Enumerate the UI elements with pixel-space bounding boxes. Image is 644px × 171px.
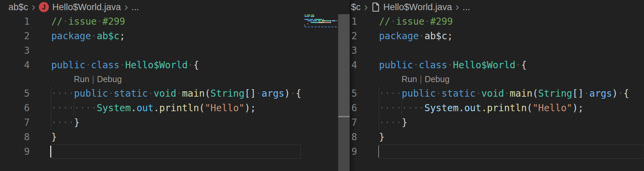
whitespace-dots: · bbox=[476, 88, 481, 99]
code-token: ; bbox=[119, 30, 125, 42]
code-line-content[interactable] bbox=[51, 43, 301, 58]
minimap-token bbox=[304, 25, 305, 26]
breadcrumb-item-filename[interactable]: Hello$World.java bbox=[371, 2, 452, 13]
line-number[interactable]: 7 bbox=[0, 115, 51, 130]
line-number[interactable]: 1 bbox=[350, 14, 378, 29]
minimap-current-line-marker bbox=[304, 26, 337, 27]
text-cursor bbox=[50, 146, 51, 157]
code-token: . bbox=[131, 102, 137, 114]
chevron-right-icon: › bbox=[361, 0, 371, 15]
scrollbar-slider[interactable] bbox=[338, 14, 350, 116]
code-token: } bbox=[379, 131, 385, 143]
whitespace-dots: · bbox=[290, 88, 296, 99]
minimap-token bbox=[325, 20, 330, 21]
codelens-run-link[interactable]: Run bbox=[402, 74, 417, 84]
breadcrumb: ab$c › J Hello$World.java › ... bbox=[0, 0, 350, 14]
line-number[interactable]: 3 bbox=[350, 43, 378, 58]
code-line-content[interactable]: ····public·static·void·main(String[]·arg… bbox=[51, 86, 301, 101]
code-line-content[interactable] bbox=[51, 144, 301, 159]
line-number[interactable]: 7 bbox=[350, 115, 378, 130]
codelens-row: Run|Debug bbox=[350, 72, 644, 86]
minimap-token bbox=[335, 20, 335, 21]
line-number[interactable]: 5 bbox=[350, 86, 378, 101]
line-number[interactable]: 2 bbox=[0, 29, 51, 43]
vertical-scrollbar[interactable] bbox=[338, 14, 350, 171]
minimap-token bbox=[323, 19, 324, 20]
code-token: ab$c; bbox=[425, 30, 453, 42]
minimap-token bbox=[311, 15, 314, 16]
code-line-content[interactable]: //·issue·#299 bbox=[51, 14, 301, 29]
whitespace-dots: · bbox=[436, 88, 442, 99]
inactive-text-cursor bbox=[378, 146, 379, 157]
chevron-right-icon: › bbox=[121, 0, 131, 15]
breadcrumb-item-more[interactable]: ... bbox=[131, 2, 139, 13]
line-number[interactable]: 9 bbox=[0, 144, 51, 159]
line-number[interactable]: 6 bbox=[0, 101, 51, 115]
line-number[interactable]: 4 bbox=[0, 58, 51, 72]
code-token: . bbox=[153, 102, 159, 114]
line-number[interactable]: 8 bbox=[0, 130, 51, 144]
line-number[interactable]: 9 bbox=[350, 144, 378, 159]
codelens-debug-link[interactable]: Debug bbox=[97, 74, 122, 84]
code-line-content[interactable]: ····} bbox=[51, 115, 301, 130]
line-number[interactable]: 5 bbox=[0, 86, 51, 101]
code-line-content[interactable]: package·ab$c; bbox=[51, 29, 301, 43]
breadcrumb-item-more[interactable]: ... bbox=[463, 2, 470, 13]
code-token: . bbox=[481, 102, 487, 114]
minimap[interactable] bbox=[301, 14, 338, 171]
code-line-content[interactable]: } bbox=[51, 130, 301, 144]
code-line-content[interactable]: public·class·Hello$World·{ bbox=[378, 58, 644, 72]
breadcrumb-item-folder[interactable]: $c bbox=[351, 2, 361, 13]
line-number[interactable]: 2 bbox=[350, 29, 378, 43]
line-number[interactable]: 3 bbox=[0, 43, 51, 58]
minimap-token bbox=[336, 20, 337, 21]
code-token: out bbox=[464, 102, 481, 114]
scrollbar-track[interactable] bbox=[338, 117, 350, 171]
code-line-content[interactable]: ········System.out.println("Hello"); bbox=[378, 101, 644, 115]
minimap-token bbox=[330, 20, 331, 21]
code-line-content[interactable]: //·issue·#299 bbox=[378, 14, 644, 29]
code-line: 8} bbox=[0, 130, 350, 144]
minimap-token bbox=[308, 20, 312, 21]
code-token: // bbox=[51, 16, 63, 27]
minimap-token bbox=[324, 22, 329, 23]
whitespace-dots: · bbox=[256, 88, 262, 99]
code-token: { bbox=[521, 59, 527, 71]
code-token: "Hello" bbox=[532, 102, 572, 114]
code-token: class bbox=[91, 59, 119, 71]
breadcrumb-item-folder[interactable]: ab$c bbox=[8, 2, 28, 13]
editor-pane-left: ab$c › J Hello$World.java › ... 1//·issu… bbox=[0, 0, 350, 171]
breadcrumb-item-filename[interactable]: J Hello$World.java bbox=[39, 2, 121, 13]
whitespace-dots: · bbox=[97, 16, 103, 27]
codelens-run-link[interactable]: Run bbox=[74, 74, 89, 84]
code-line: 7····} bbox=[0, 115, 350, 130]
whitespace-dots: ···· bbox=[379, 88, 402, 99]
code-token: println bbox=[159, 102, 199, 114]
whitespace-dots: · bbox=[419, 30, 425, 42]
line-number[interactable]: 8 bbox=[350, 130, 378, 144]
code-line-content[interactable]: } bbox=[378, 130, 644, 144]
code-token: #299 bbox=[103, 16, 125, 27]
code-token: public bbox=[74, 88, 108, 99]
minimap-token bbox=[332, 20, 335, 21]
code-line-content[interactable]: ········System.out.println("Hello"); bbox=[51, 101, 301, 115]
code-line: 5····public·static·void·main(String[]·ar… bbox=[0, 86, 350, 101]
code-line-content[interactable]: ····} bbox=[378, 115, 644, 130]
code-token: issue bbox=[396, 16, 425, 27]
code-line-content[interactable] bbox=[378, 43, 644, 58]
code-line-content[interactable]: ····public·static·void·main(String[]·arg… bbox=[378, 86, 644, 101]
whitespace-dots: · bbox=[188, 59, 194, 71]
code-line-content[interactable] bbox=[378, 144, 644, 159]
code-line: 5····public·static·void·main(String[]·ar… bbox=[350, 86, 644, 101]
code-token: class bbox=[419, 59, 447, 71]
code-line-content[interactable]: package·ab$c; bbox=[378, 29, 644, 43]
codelens-debug-link[interactable]: Debug bbox=[425, 74, 449, 84]
line-number[interactable]: 6 bbox=[350, 101, 378, 115]
code-token: void bbox=[481, 88, 504, 99]
code-line-content[interactable]: public·class·Hello$World·{ bbox=[51, 58, 301, 72]
code-token: static bbox=[441, 88, 475, 99]
plain-file-icon bbox=[371, 2, 380, 12]
line-number[interactable]: 1 bbox=[0, 14, 51, 29]
line-number[interactable]: 4 bbox=[350, 58, 378, 72]
code-token: println bbox=[487, 102, 527, 114]
